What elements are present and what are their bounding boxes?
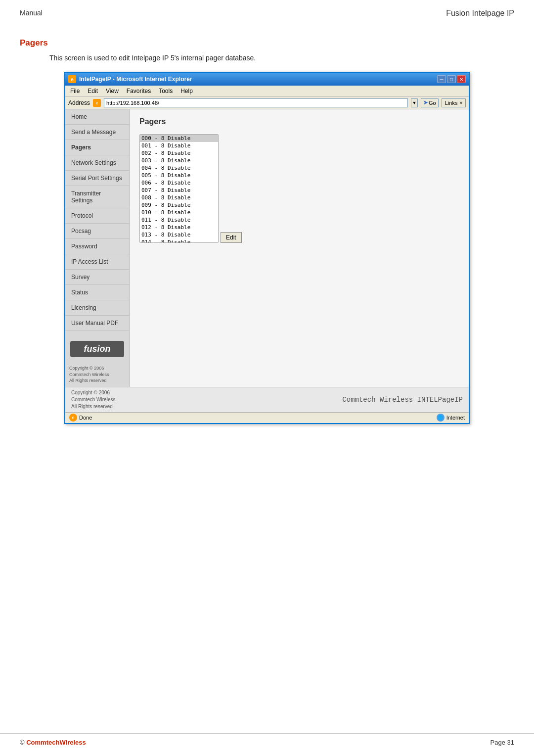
sidebar-item-network-settings[interactable]: Network Settings <box>65 155 129 171</box>
links-arrow: » <box>459 100 462 105</box>
section-description: This screen is used to edit Intelpage IP… <box>49 54 514 62</box>
title-bar-left: e IntelPageIP - Microsoft Internet Explo… <box>68 75 192 83</box>
menu-tools[interactable]: Tools <box>156 87 176 95</box>
page-content: Pagers 000 - 8 Disable001 - 8 Disable002… <box>130 109 469 387</box>
sidebar-item-password[interactable]: Password <box>65 239 129 254</box>
links-button[interactable]: Links » <box>442 98 466 107</box>
close-button[interactable]: ✕ <box>457 75 466 83</box>
status-icon: e <box>69 414 77 422</box>
go-button[interactable]: ➤ Go <box>421 98 439 107</box>
content-title: Pagers <box>139 117 459 126</box>
page-footer: © CommtechWireless Page 31 <box>0 733 534 746</box>
page-header: Manual Fusion Intelpage IP <box>0 0 534 23</box>
sidebar-logo: fusion <box>70 341 124 357</box>
internet-icon: 🌐 <box>437 414 445 422</box>
browser-status-bar: e Done 🌐 Internet <box>65 412 469 423</box>
menu-file[interactable]: File <box>67 87 83 95</box>
status-right: 🌐 Internet <box>437 414 465 422</box>
pager-listbox[interactable]: 000 - 8 Disable001 - 8 Disable002 - 8 Di… <box>139 134 219 243</box>
sidebar-item-home[interactable]: Home <box>65 109 129 125</box>
footer-copyright: © CommtechWireless <box>20 739 86 746</box>
menu-view[interactable]: View <box>103 87 122 95</box>
menu-favorites[interactable]: Favorites <box>124 87 154 95</box>
menu-help[interactable]: Help <box>178 87 196 95</box>
edit-button[interactable]: Edit <box>221 232 242 243</box>
status-text: Done <box>79 415 92 421</box>
title-bar: e IntelPageIP - Microsoft Internet Explo… <box>65 73 469 86</box>
manual-label: Manual <box>20 9 43 18</box>
sidebar-item-user-manual-pdf[interactable]: User Manual PDF <box>65 316 129 331</box>
main-content: Pagers This screen is used to edit Intel… <box>0 23 534 439</box>
sidebar-item-ip-access-list[interactable]: IP Access List <box>65 254 129 270</box>
address-bar: Address e ▼ ➤ Go Links » <box>65 96 469 109</box>
browser-footer-brand: Commtech Wireless INTELPageIP <box>342 396 463 404</box>
product-label: Fusion Intelpage IP <box>446 9 514 18</box>
sidebar: Home Send a Message Pagers Network Setti… <box>65 109 130 387</box>
menu-bar: File Edit View Favorites Tools Help <box>65 86 469 96</box>
footer-page: Page 31 <box>490 739 514 746</box>
sidebar-copyright: Copyright © 2006Commtech WirelessAll Rig… <box>65 362 129 387</box>
sidebar-item-pocsag[interactable]: Pocsag <box>65 224 129 239</box>
browser-footer: Copyright © 2006Commtech WirelessAll Rig… <box>65 387 469 412</box>
maximize-button[interactable]: □ <box>447 75 456 83</box>
sidebar-item-transmitter-settings[interactable]: Transmitter Settings <box>65 186 129 208</box>
sidebar-item-pagers[interactable]: Pagers <box>65 140 129 155</box>
address-go-area: ▼ <box>411 98 418 107</box>
internet-label: Internet <box>446 415 465 421</box>
sidebar-item-survey[interactable]: Survey <box>65 270 129 285</box>
browser-icon: e <box>68 75 76 83</box>
section-title: Pagers <box>20 38 514 48</box>
sidebar-item-protocol[interactable]: Protocol <box>65 208 129 224</box>
address-label: Address <box>68 99 90 106</box>
browser-body: Home Send a Message Pagers Network Setti… <box>65 109 469 387</box>
go-label: Go <box>429 100 436 106</box>
links-label: Links <box>445 100 458 106</box>
sidebar-item-serial-port-settings[interactable]: Serial Port Settings <box>65 171 129 186</box>
sidebar-item-status[interactable]: Status <box>65 285 129 300</box>
pager-list-container: 000 - 8 Disable001 - 8 Disable002 - 8 Di… <box>139 134 459 243</box>
browser-title: IntelPageIP - Microsoft Internet Explore… <box>79 76 192 83</box>
minimize-button[interactable]: ─ <box>437 75 446 83</box>
address-dropdown[interactable]: ▼ <box>411 98 418 107</box>
window-controls[interactable]: ─ □ ✕ <box>437 75 466 83</box>
menu-edit[interactable]: Edit <box>85 87 101 95</box>
sidebar-item-send-message[interactable]: Send a Message <box>65 125 129 140</box>
page-icon: e <box>93 99 101 107</box>
browser-window: e IntelPageIP - Microsoft Internet Explo… <box>64 72 470 424</box>
address-input[interactable] <box>104 98 408 107</box>
browser-footer-copyright: Copyright © 2006Commtech WirelessAll Rig… <box>71 389 115 410</box>
status-left: e Done <box>69 414 92 422</box>
sidebar-item-licensing[interactable]: Licensing <box>65 300 129 316</box>
